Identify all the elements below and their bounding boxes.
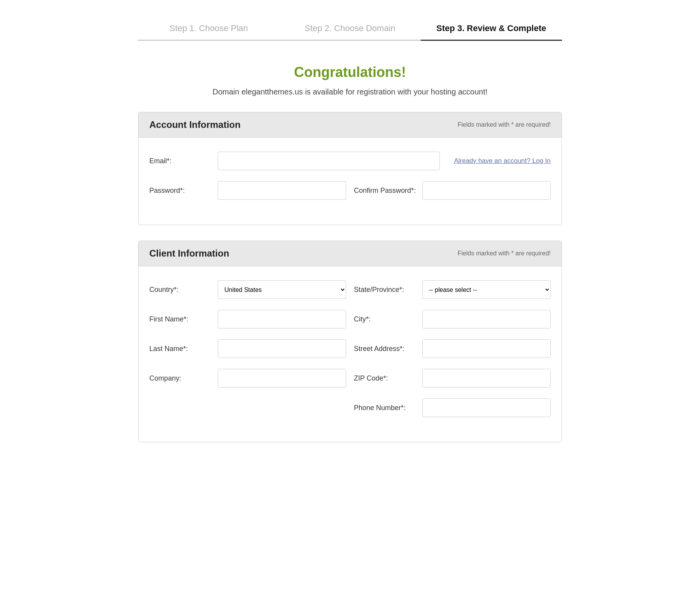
- zip-group: ZIP Code*:: [354, 369, 551, 388]
- state-select[interactable]: -- please select --: [422, 280, 551, 299]
- street-input[interactable]: [422, 339, 551, 358]
- step-review-complete[interactable]: Step 3. Review & Complete: [421, 23, 562, 41]
- client-required-note: Fields marked with * are required!: [458, 250, 551, 257]
- street-label: Street Address*:: [354, 345, 416, 353]
- street-group: Street Address*:: [354, 339, 551, 358]
- company-label: Company:: [149, 374, 212, 382]
- confirm-password-group: Confirm Password*:: [354, 181, 551, 200]
- country-select[interactable]: United States: [218, 280, 346, 299]
- congrats-subtitle: Domain elegantthemes.us is available for…: [138, 87, 562, 96]
- account-information-card: Account Information Fields marked with *…: [138, 112, 562, 225]
- firstname-label: First Name*:: [149, 315, 212, 323]
- company-input[interactable]: [218, 369, 346, 388]
- congrats-title: Congratulations!: [138, 64, 562, 80]
- lastname-label: Last Name*:: [149, 345, 212, 353]
- city-input[interactable]: [422, 310, 551, 328]
- client-information-card: Client Information Fields marked with * …: [138, 241, 562, 442]
- step-choose-domain[interactable]: Step 2. Choose Domain: [279, 23, 420, 41]
- lastname-input[interactable]: [218, 339, 346, 358]
- email-label: Email*:: [149, 157, 212, 165]
- lastname-group: Last Name*:: [149, 339, 346, 358]
- firstname-city-row: First Name*: City*:: [149, 310, 551, 328]
- company-zip-row: Company: ZIP Code*:: [149, 369, 551, 388]
- step-choose-plan[interactable]: Step 1. Choose Plan: [138, 23, 279, 41]
- state-label: State/Province*:: [354, 286, 416, 294]
- password-group: Password*:: [149, 181, 346, 200]
- country-state-row: Country*: United States State/Province*:…: [149, 280, 551, 299]
- congratulations-section: Congratulations! Domain elegantthemes.us…: [138, 64, 562, 96]
- client-card-header: Client Information Fields marked with * …: [138, 241, 562, 266]
- account-required-note: Fields marked with * are required!: [458, 121, 551, 128]
- phone-row: Phone Number*:: [149, 398, 551, 417]
- phone-group: Phone Number*:: [354, 398, 551, 417]
- steps-wizard: Step 1. Choose Plan Step 2. Choose Domai…: [138, 23, 562, 41]
- client-card-title: Client Information: [149, 248, 229, 259]
- state-group: State/Province*: -- please select --: [354, 280, 551, 299]
- phone-input[interactable]: [422, 398, 551, 417]
- country-group: Country*: United States: [149, 280, 346, 299]
- email-group: Email*:: [149, 152, 440, 170]
- firstname-input[interactable]: [218, 310, 346, 328]
- city-group: City*:: [354, 310, 551, 328]
- phone-label: Phone Number*:: [354, 404, 416, 412]
- lastname-street-row: Last Name*: Street Address*:: [149, 339, 551, 358]
- zip-label: ZIP Code*:: [354, 374, 416, 382]
- password-input[interactable]: [218, 181, 346, 200]
- firstname-group: First Name*:: [149, 310, 346, 328]
- client-card-body: Country*: United States State/Province*:…: [138, 266, 562, 442]
- password-row: Password*: Confirm Password*:: [149, 181, 551, 200]
- email-input[interactable]: [218, 152, 440, 170]
- zip-input[interactable]: [422, 369, 551, 388]
- company-group: Company:: [149, 369, 346, 388]
- country-label: Country*:: [149, 286, 212, 294]
- account-card-title: Account Information: [149, 119, 241, 130]
- confirm-password-input[interactable]: [422, 181, 551, 200]
- login-link[interactable]: Already have an account? Log In: [454, 157, 551, 165]
- account-card-header: Account Information Fields marked with *…: [138, 112, 562, 138]
- password-label: Password*:: [149, 187, 212, 195]
- city-label: City*:: [354, 315, 416, 323]
- email-row: Email*: Already have an account? Log In: [149, 152, 551, 170]
- account-card-body: Email*: Already have an account? Log In …: [138, 138, 562, 225]
- confirm-password-label: Confirm Password*:: [354, 187, 416, 195]
